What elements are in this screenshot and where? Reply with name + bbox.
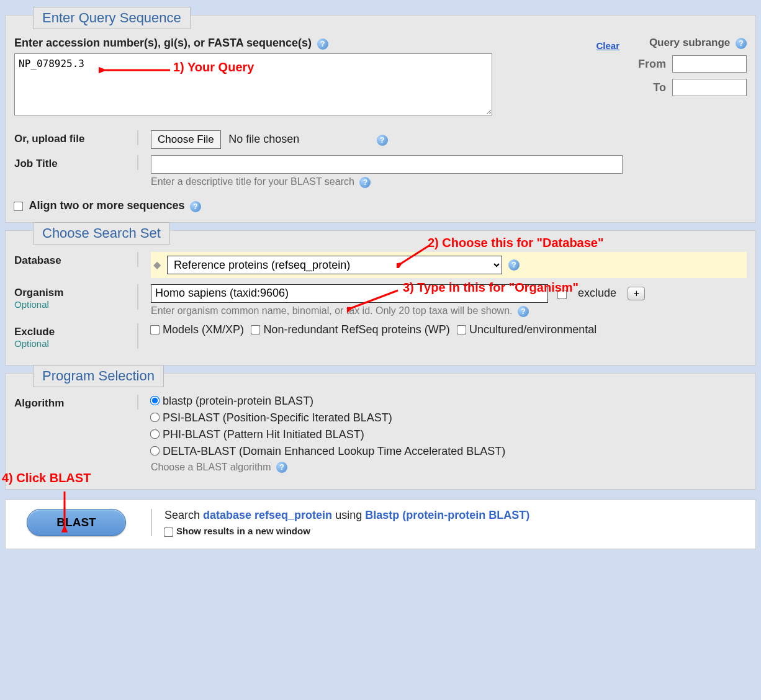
exclude-models-checkbox[interactable] <box>150 325 160 335</box>
algo-blastp-label: blastp (protein-protein BLAST) <box>163 395 313 407</box>
show-results-label: Show results in a new window <box>176 526 310 536</box>
section-query: Enter Query Sequence Enter accession num… <box>5 15 756 223</box>
optional-label: Optional <box>14 299 137 310</box>
job-title-hint: Enter a descriptive title for your BLAST… <box>151 176 354 187</box>
query-subrange: Query subrange ? From To <box>638 37 747 102</box>
exclude-models-label: Models (XM/XP) <box>163 323 244 336</box>
section-program: Program Selection Algorithm blastp (prot… <box>5 373 756 490</box>
job-title-label: Job Title <box>14 155 138 170</box>
align-checkbox[interactable] <box>14 202 24 212</box>
job-title-input[interactable] <box>151 155 623 174</box>
diamond-icon: ◆ <box>153 259 161 271</box>
query-field-label: Enter accession number(s), gi(s), or FAS… <box>14 37 312 50</box>
blast-button[interactable]: BLAST <box>27 509 126 536</box>
section-title-query: Enter Query Sequence <box>33 7 191 29</box>
align-label: Align two or more sequences <box>29 199 184 212</box>
help-icon[interactable]: ? <box>518 306 529 317</box>
search-prefix: Search <box>164 509 203 521</box>
search-using: using <box>332 509 365 521</box>
algo-phi-label: PHI-BLAST (Pattern Hit Initiated BLAST) <box>163 428 364 441</box>
section-search-set: Choose Search Set Database ◆ Reference p… <box>5 230 756 366</box>
from-label: From <box>638 58 666 71</box>
organism-hint: Enter organism common name, binomial, or… <box>151 305 513 316</box>
query-textarea[interactable] <box>14 53 492 115</box>
algo-psi-label: PSI-BLAST (Position-Specific Iterated BL… <box>163 411 392 424</box>
algo-delta-label: DELTA-BLAST (Domain Enhanced Lookup Time… <box>163 445 505 457</box>
help-icon[interactable]: ? <box>359 177 371 188</box>
organism-input[interactable] <box>151 284 548 303</box>
algo-blastp-radio[interactable] <box>150 395 160 405</box>
exclude-env-checkbox[interactable] <box>457 325 467 335</box>
exclude-checkbox[interactable] <box>557 289 567 299</box>
database-label: Database <box>14 252 138 267</box>
help-icon[interactable]: ? <box>317 38 328 50</box>
algo-hint: Choose a BLAST algorithm <box>151 462 271 472</box>
database-select[interactable]: Reference proteins (refseq_protein) <box>167 256 502 274</box>
exclude-cb-label: exclude <box>578 287 616 299</box>
exclude-wp-label: Non-redundant RefSeq proteins (WP) <box>263 323 449 336</box>
file-status: No file chosen <box>228 133 299 145</box>
blast-submit-row: BLAST Search database refseq_protein usi… <box>5 500 756 549</box>
algo-delta-radio[interactable] <box>150 446 160 455</box>
to-input[interactable] <box>672 79 747 96</box>
search-program: Blastp (protein-protein BLAST) <box>365 509 529 521</box>
subrange-title: Query subrange <box>649 37 730 48</box>
help-icon[interactable]: ? <box>377 135 388 146</box>
search-database: database refseq_protein <box>203 509 332 521</box>
section-title-program: Program Selection <box>33 365 164 387</box>
help-icon[interactable]: ? <box>508 259 520 271</box>
optional-label: Optional <box>14 338 137 349</box>
annotation-4: 4) Click BLAST <box>2 471 91 485</box>
section-title-search-set: Choose Search Set <box>33 222 170 245</box>
add-organism-button[interactable]: + <box>628 287 645 300</box>
algo-psi-radio[interactable] <box>150 412 160 422</box>
show-results-checkbox[interactable] <box>164 527 174 537</box>
exclude-label: Exclude <box>14 326 55 338</box>
choose-file-button[interactable]: Choose File <box>151 130 221 149</box>
annotation-2: 2) Choose this for "Database" <box>428 236 603 250</box>
organism-label: Organism <box>14 287 63 298</box>
help-icon[interactable]: ? <box>190 201 201 212</box>
algo-phi-radio[interactable] <box>150 429 160 439</box>
to-label: To <box>653 81 666 94</box>
help-icon[interactable]: ? <box>736 38 747 49</box>
clear-link[interactable]: Clear <box>596 40 619 51</box>
help-icon[interactable]: ? <box>276 462 287 473</box>
from-input[interactable] <box>672 55 747 73</box>
exclude-env-label: Uncultured/environmental <box>469 323 597 336</box>
algorithm-label: Algorithm <box>14 395 138 410</box>
exclude-wp-checkbox[interactable] <box>251 325 261 335</box>
upload-label: Or, upload file <box>14 130 138 145</box>
